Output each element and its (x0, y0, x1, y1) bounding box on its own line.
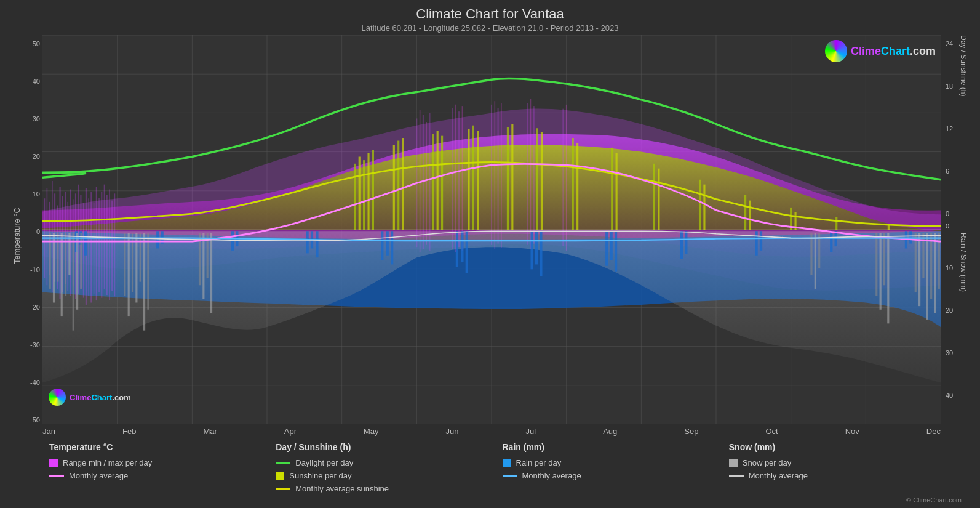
x-tick-jan: Jan (42, 427, 55, 436)
legend-area: Temperature °C Range min / max per day M… (12, 436, 968, 496)
svg-rect-128 (830, 231, 832, 252)
x-tick-dec: Dec (926, 427, 941, 436)
legend-label-rain-day: Rain per day (516, 458, 562, 467)
y-tick-left: -10 (30, 266, 40, 273)
svg-rect-122 (610, 231, 613, 260)
y-tick-right-sunshine: 6 (946, 167, 957, 175)
legend-item-sunshine-avg: Monthly average sunshine (276, 484, 502, 493)
legend-swatch-sunshine-avg (276, 488, 290, 490)
logo-icon-small (49, 389, 66, 406)
y-tick-left: 50 (33, 40, 40, 47)
svg-rect-135 (61, 233, 63, 316)
legend-item-snow-day: Snow per day (729, 458, 955, 467)
svg-rect-133 (53, 233, 55, 303)
svg-rect-117 (466, 231, 468, 273)
svg-rect-134 (57, 233, 58, 282)
logo-icon (825, 40, 847, 62)
y-tick-left: -30 (30, 341, 40, 349)
legend-item-snow-avg: Monthly average (729, 471, 955, 480)
legend-swatch-daylight (276, 462, 290, 464)
legend-col-rain: Rain (mm) Rain per day Monthly average (503, 442, 729, 493)
svg-rect-123 (615, 231, 617, 271)
svg-rect-105 (156, 231, 159, 248)
svg-rect-147 (147, 233, 149, 310)
svg-rect-139 (76, 233, 78, 310)
chart-title: Climate Chart for Vantaa (12, 6, 968, 22)
x-axis: Jan Feb Mar Apr May Jun Jul Aug Sep Oct … (42, 424, 941, 436)
y-tick-left: 20 (33, 153, 40, 160)
x-tick-jul: Jul (526, 427, 536, 436)
svg-rect-114 (391, 231, 393, 264)
svg-rect-159 (915, 233, 917, 292)
x-tick-sep: Sep (684, 427, 698, 436)
y-tick-right-sunshine: 12 (946, 125, 957, 132)
legend-title-temperature: Temperature °C (49, 442, 276, 452)
svg-rect-136 (65, 233, 66, 296)
copyright: © ClimeChart.com (12, 496, 968, 505)
page-wrapper: Climate Chart for Vantaa Latitude 60.281… (0, 0, 980, 508)
watermark-text: ClimeChart.com (851, 45, 936, 58)
watermark-top-right: ClimeChart.com (825, 40, 936, 62)
legend-item-rain-day: Rain per day (503, 458, 729, 467)
svg-rect-149 (202, 233, 204, 299)
watermark-text-small: ClimeChart.com (70, 393, 131, 402)
y-axis-right-top-label: Day / Sunshine (h) (959, 35, 968, 227)
svg-rect-120 (540, 231, 542, 276)
svg-rect-124 (680, 231, 683, 259)
legend-label-temp-avg: Monthly average (69, 471, 128, 480)
svg-rect-116 (461, 231, 463, 262)
x-tick-may: May (364, 427, 379, 436)
legend-label-snow-day: Snow per day (743, 458, 792, 467)
svg-rect-126 (755, 231, 757, 256)
svg-rect-121 (605, 231, 608, 265)
y-tick-right-rain: 30 (946, 349, 957, 357)
legend-swatch-temp-avg (49, 475, 64, 477)
legend-item-temp-range: Range min / max per day (49, 458, 276, 467)
svg-rect-158 (887, 233, 889, 324)
legend-item-daylight: Daylight per day (276, 458, 502, 467)
x-tick-feb: Feb (122, 427, 136, 436)
x-tick-nov: Nov (845, 427, 859, 436)
svg-rect-107 (231, 231, 234, 251)
legend-title-sunshine: Day / Sunshine (h) (276, 442, 502, 452)
y-axis-right-bottom-label: Rain / Snow (mm) (959, 233, 968, 424)
y-tick-left: -20 (30, 304, 40, 311)
legend-label-rain-avg: Monthly average (522, 471, 581, 480)
legend-label-temp-range: Range min / max per day (63, 458, 152, 467)
y-tick-right-rain: 10 (946, 264, 957, 272)
svg-rect-125 (685, 231, 687, 254)
x-tick-apr: Apr (284, 427, 297, 436)
svg-rect-137 (68, 233, 70, 275)
legend-item-rain-avg: Monthly average (503, 471, 729, 480)
y-tick-left: 30 (33, 115, 40, 123)
svg-rect-127 (760, 231, 762, 251)
legend-title-snow: Snow (mm) (729, 442, 955, 452)
legend-swatch-sunshine-day (276, 472, 284, 480)
legend-label-snow-avg: Monthly average (749, 471, 808, 480)
svg-rect-153 (815, 233, 816, 289)
y-tick-right-rain: 0 (946, 222, 957, 230)
y-tick-right-sunshine: 18 (946, 83, 957, 90)
legend-swatch-temp-range (49, 459, 58, 467)
svg-rect-129 (835, 231, 837, 246)
legend-swatch-snow-avg (729, 475, 744, 477)
chart-subtitle: Latitude 60.281 - Longitude 25.082 - Ele… (12, 23, 968, 33)
y-tick-right-sunshine: 0 (946, 210, 957, 217)
chart-header: Climate Chart for Vantaa Latitude 60.281… (12, 6, 968, 33)
svg-rect-160 (918, 233, 920, 307)
y-tick-right-sunshine: 24 (946, 40, 957, 47)
svg-rect-109 (306, 231, 308, 253)
svg-rect-162 (926, 233, 928, 320)
y-tick-left: -40 (30, 379, 40, 386)
legend-item-sunshine-day: Sunshine per day (276, 471, 502, 480)
legend-col-sunshine: Day / Sunshine (h) Daylight per day Suns… (276, 442, 502, 493)
svg-rect-138 (73, 233, 74, 331)
y-tick-right-rain: 20 (946, 307, 957, 314)
svg-rect-115 (456, 231, 458, 267)
y-tick-right-rain: 40 (946, 392, 957, 399)
svg-rect-163 (930, 233, 932, 299)
svg-rect-112 (381, 231, 383, 260)
legend-swatch-rain-avg (503, 475, 517, 477)
y-tick-left: 0 (36, 228, 40, 235)
svg-rect-152 (810, 233, 812, 275)
